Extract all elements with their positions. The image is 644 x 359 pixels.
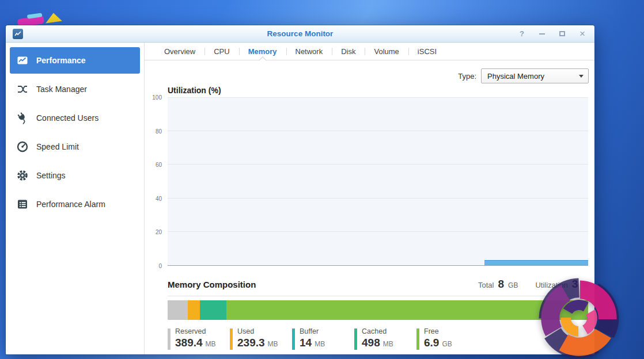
tab-cpu[interactable]: CPU bbox=[204, 43, 238, 60]
legend-swatch bbox=[354, 329, 357, 350]
legend-swatch bbox=[292, 329, 295, 350]
legend-item-used: Used 239.3MB bbox=[230, 327, 292, 350]
legend-item-buffer: Buffer 14MB bbox=[292, 327, 354, 350]
y-tick: 20 bbox=[156, 229, 162, 235]
speedometer-icon bbox=[16, 140, 29, 154]
tab-volume[interactable]: Volume bbox=[365, 43, 408, 60]
gridline bbox=[168, 164, 588, 165]
minimize-button[interactable] bbox=[538, 30, 546, 38]
legend-swatch bbox=[168, 329, 171, 350]
task-branch-icon bbox=[16, 82, 29, 96]
bar-segment-reserved bbox=[168, 300, 188, 320]
gridline bbox=[168, 231, 588, 232]
gridline bbox=[168, 198, 588, 198]
resource-monitor-window: Resource Monitor ? × Performance Task Ma… bbox=[6, 25, 594, 354]
memory-type-select-value: Physical Memory bbox=[487, 72, 544, 81]
tab-iscsi[interactable]: iSCSI bbox=[408, 43, 446, 60]
memory-type-select[interactable]: Physical Memory bbox=[481, 68, 589, 83]
bar-segment-used bbox=[188, 300, 200, 320]
memory-stacked-bar bbox=[168, 300, 588, 320]
legend-item-cached: Cached 498MB bbox=[354, 327, 416, 350]
gridline bbox=[168, 131, 588, 131]
sidebar-item-label: Settings bbox=[36, 171, 66, 180]
memory-legend: Reserved 389.4MB Used 239.3MB bbox=[168, 327, 588, 350]
chart-title: Utilization (%) bbox=[168, 86, 221, 95]
desktop: { "window": { "title": "Resource Monitor… bbox=[0, 0, 644, 359]
sidebar-item-speed-limit[interactable]: Speed Limit bbox=[10, 133, 140, 160]
tab-network[interactable]: Network bbox=[286, 43, 332, 60]
sidebar-item-performance-alarm[interactable]: Performance Alarm bbox=[10, 191, 140, 217]
resource-monitor-app-icon bbox=[13, 29, 23, 39]
legend-item-free: Free 6.9GB bbox=[416, 327, 479, 350]
close-button[interactable]: × bbox=[578, 30, 586, 38]
memory-composition-title: Memory Composition bbox=[168, 280, 256, 289]
tab-overview[interactable]: Overview bbox=[155, 43, 204, 60]
sidebar-item-settings[interactable]: Settings bbox=[10, 162, 140, 189]
plug-icon bbox=[16, 111, 29, 125]
sidebar-item-label: Task Manager bbox=[36, 85, 87, 94]
sidebar-item-connected-users[interactable]: Connected Users bbox=[10, 105, 140, 131]
y-tick: 100 bbox=[152, 94, 162, 101]
y-tick: 60 bbox=[156, 162, 162, 168]
legend-item-reserved: Reserved 389.4MB bbox=[168, 327, 230, 350]
type-label: Type: bbox=[458, 72, 476, 81]
memory-composition-section: Memory Composition Total 8 GB Utilizatio… bbox=[168, 278, 588, 350]
sidebar-item-label: Performance bbox=[36, 56, 86, 65]
chevron-down-icon bbox=[579, 75, 584, 78]
tab-bar: Overview CPU Memory Network Disk Volume … bbox=[145, 43, 594, 60]
sidebar-item-performance[interactable]: Performance bbox=[10, 47, 140, 74]
legend-swatch bbox=[416, 329, 419, 350]
bar-segment-free bbox=[226, 300, 588, 320]
legend-swatch bbox=[230, 329, 233, 350]
titlebar[interactable]: Resource Monitor ? × bbox=[6, 25, 594, 43]
sidebar-item-task-manager[interactable]: Task Manager bbox=[10, 76, 140, 102]
sidebar-item-label: Performance Alarm bbox=[36, 200, 105, 209]
y-tick: 80 bbox=[156, 128, 162, 134]
total-memory-stat: Total 8 GB bbox=[478, 278, 518, 291]
bar-segment-cached bbox=[200, 300, 226, 320]
chart-y-axis: 100 80 60 40 20 0 bbox=[146, 97, 164, 266]
help-button[interactable]: ? bbox=[518, 30, 526, 38]
sidebar-item-label: Speed Limit bbox=[36, 142, 79, 151]
sidebar: Performance Task Manager Connected Users… bbox=[6, 43, 145, 354]
line-chart-icon bbox=[16, 54, 29, 67]
alarm-list-icon bbox=[16, 197, 29, 211]
utilization-chart-plot bbox=[168, 97, 588, 266]
gear-icon bbox=[16, 169, 29, 182]
y-tick: 40 bbox=[156, 195, 162, 201]
sidebar-item-label: Connected Users bbox=[36, 113, 99, 123]
tab-disk[interactable]: Disk bbox=[332, 43, 365, 60]
utilization-stat: Utilization 3 % bbox=[535, 278, 588, 291]
y-tick: 0 bbox=[158, 263, 162, 269]
window-title: Resource Monitor bbox=[6, 29, 594, 38]
chart-utilization-fill bbox=[484, 260, 588, 265]
tab-memory[interactable]: Memory bbox=[239, 43, 286, 60]
maximize-button[interactable] bbox=[558, 30, 566, 38]
